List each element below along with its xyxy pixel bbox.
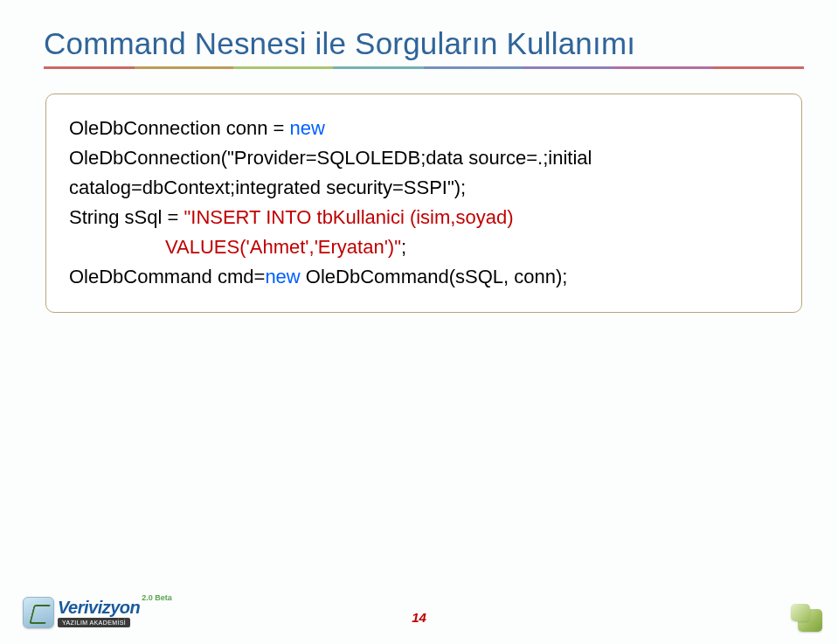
code-text: ; [401,236,406,258]
title-underline [44,66,804,69]
code-text: OleDbCommand(sSQL, conn); [301,266,568,287]
slide: Command Nesnesi ile Sorguların Kullanımı… [0,0,838,644]
code-line: OleDbConnection("Provider=SQLOLEDB;data … [69,143,786,173]
footer: Verivizyon YAZILIM AKADEMİSİ 2.0 Beta 14 [0,592,838,644]
code-string: VALUES('Ahmet','Eryatan')" [69,236,401,258]
code-box: OleDbConnection conn = new OleDbConnecti… [45,93,802,313]
code-line: OleDbConnection conn = new [69,114,786,143]
code-line: String sSql = "INSERT INTO tbKullanici (… [69,203,786,232]
page-title: Command Nesnesi ile Sorguların Kullanımı [44,26,803,66]
code-text: OleDbCommand cmd= [69,266,265,287]
code-text: OleDbConnection conn = [69,117,290,139]
code-text: String sSql = [69,206,184,228]
title-area: Command Nesnesi ile Sorguların Kullanımı [44,26,803,69]
code-keyword: new [265,266,300,287]
code-line: VALUES('Ahmet','Eryatan')"; [69,232,786,262]
logo-beta-badge: 2.0 Beta [142,593,172,602]
code-keyword: new [290,117,325,139]
code-string: "INSERT INTO tbKullanici (isim,soyad) [184,206,513,228]
code-line: catalog=dbContext;integrated security=SS… [69,173,786,203]
page-number: 14 [0,610,838,625]
corner-decoration-icon [796,607,822,632]
code-line: OleDbCommand cmd=new OleDbCommand(sSQL, … [69,262,786,292]
